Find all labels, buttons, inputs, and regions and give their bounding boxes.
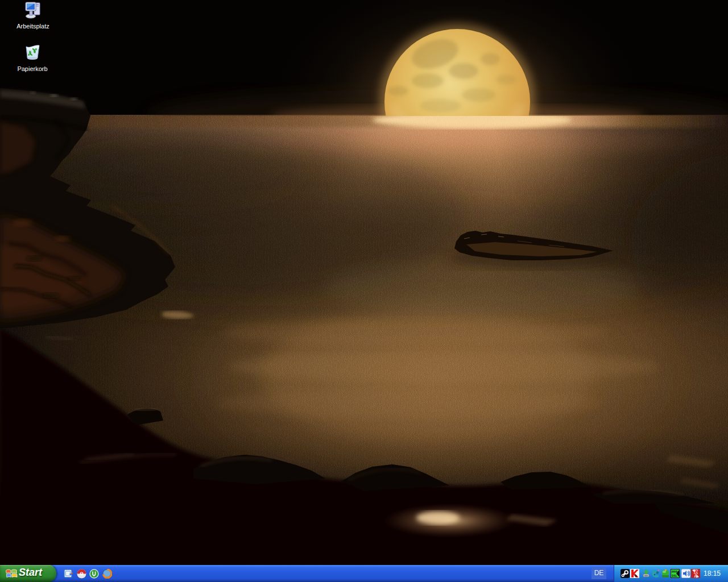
svg-text:DSL: DSL [672, 574, 677, 577]
svg-text:PPP: PPP [672, 570, 678, 573]
